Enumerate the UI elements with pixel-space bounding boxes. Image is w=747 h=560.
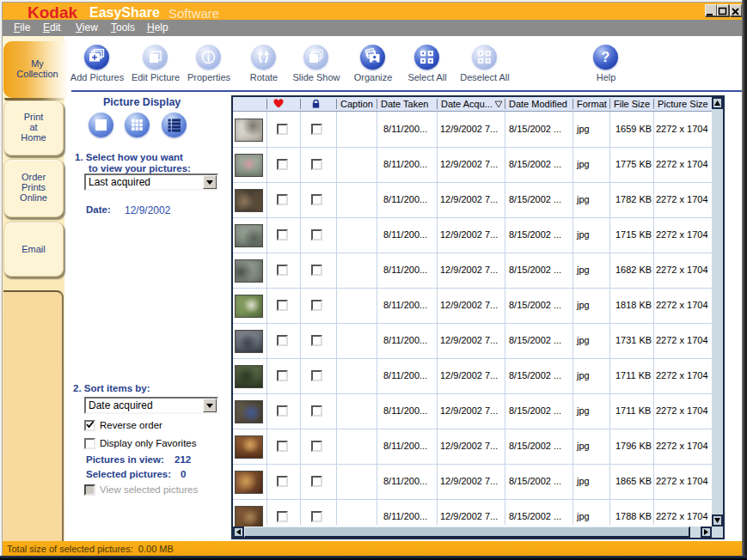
svg-text:?: ?: [602, 50, 610, 64]
